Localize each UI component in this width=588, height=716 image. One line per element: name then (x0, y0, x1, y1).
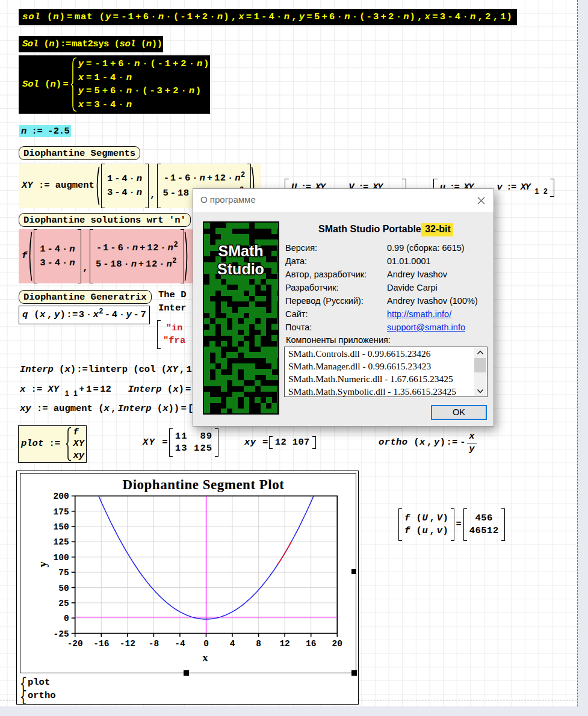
svg-text:y: y (36, 561, 49, 567)
svg-text:Studio: Studio (217, 261, 264, 277)
svg-text:8: 8 (256, 639, 261, 649)
svg-text:20: 20 (332, 639, 342, 649)
svg-text:-25: -25 (54, 629, 69, 639)
svg-text:16: 16 (306, 639, 316, 649)
svg-text:150: 150 (54, 522, 69, 532)
svg-text:-20: -20 (67, 639, 83, 649)
svg-text:50: 50 (58, 584, 69, 593)
svg-text:175: 175 (54, 507, 69, 517)
svg-text:SMath: SMath (218, 242, 264, 259)
svg-text:-4: -4 (175, 639, 185, 649)
svg-text:125: 125 (54, 537, 69, 547)
svg-text:-16: -16 (93, 639, 109, 649)
svg-text:0: 0 (203, 639, 209, 649)
svg-text:Diophantine Segment Plot: Diophantine Segment Plot (123, 477, 285, 492)
svg-text:x: x (202, 651, 208, 664)
svg-text:100: 100 (54, 553, 69, 563)
svg-text:0: 0 (64, 614, 69, 623)
svg-text:25: 25 (58, 599, 69, 608)
svg-text:75: 75 (58, 568, 69, 578)
svg-text:200: 200 (54, 492, 69, 501)
svg-text:12: 12 (279, 639, 289, 649)
svg-text:-12: -12 (120, 639, 135, 649)
svg-text:4: 4 (230, 639, 235, 649)
svg-text:-8: -8 (149, 639, 159, 649)
